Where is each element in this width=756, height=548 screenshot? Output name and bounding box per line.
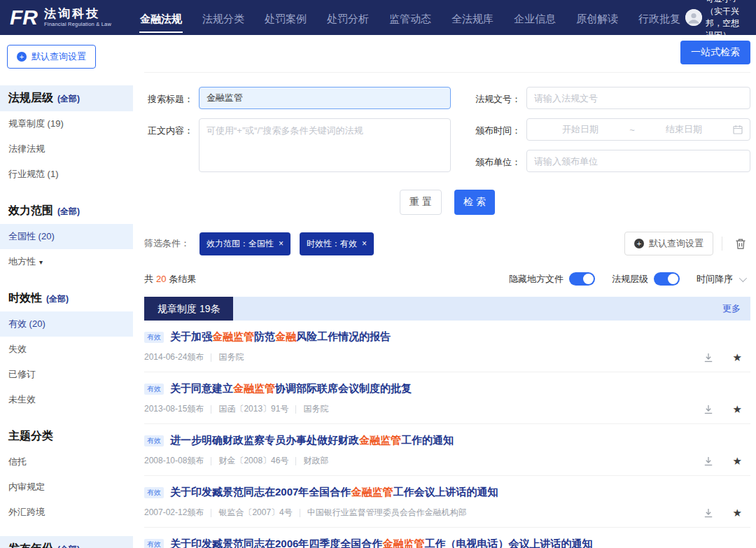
status-badge: 有效 <box>144 487 164 498</box>
sidebar-item-laws[interactable]: 法律法规 <box>0 136 133 162</box>
result-item: 有效 关于同意建立金融监管协调部际联席会议制度的批复 2013-08-15颁布 … <box>144 372 750 424</box>
main-content: 一站式检索 搜索标题： 正文内容： 法规文号： 颁布时 <box>133 35 756 548</box>
section-validity: 时效性 (全部) 有效 (20) 失效 已修订 未生效 <box>0 286 133 412</box>
end-date-placeholder[interactable]: 结束日期 <box>638 123 730 136</box>
hide-local-files-toggle-group: 隐藏地方文件 <box>509 272 595 286</box>
sidebar-item-revised[interactable]: 已修订 <box>0 362 133 387</box>
hide-local-files-toggle[interactable] <box>569 272 595 286</box>
nav-item-administrative-replies[interactable]: 行政批复 <box>638 3 681 33</box>
publish-date-range-picker[interactable]: 开始日期 ~ 结束日期 <box>526 118 750 141</box>
sidebar-item-forex-crossborder[interactable]: 外汇跨境 <box>0 500 133 525</box>
chevron-down-icon <box>739 274 747 281</box>
regulation-level-toggle-group: 法规层级 <box>612 272 680 286</box>
results-count-text: 共20条结果 <box>144 273 196 286</box>
sidebar-item-trust[interactable]: 信托 <box>0 449 133 475</box>
sidebar-item-valid[interactable]: 有效 (20) <box>0 311 133 337</box>
publish-unit-input[interactable] <box>526 150 750 172</box>
calendar-icon <box>733 125 743 134</box>
filter-chip-scope-national[interactable]: 效力范围：全国性 × <box>200 232 290 255</box>
sort-order-dropdown[interactable]: 时间降序 <box>696 273 750 286</box>
download-icon[interactable] <box>703 352 714 363</box>
meta-divider <box>211 509 211 517</box>
result-title-link[interactable]: 关于加强金融监管防范金融风险工作情况的报告 <box>170 330 391 344</box>
search-button[interactable]: 检 索 <box>454 190 495 215</box>
section-header-topic-category[interactable]: 主题分类 <box>0 423 133 449</box>
status-badge: 有效 <box>144 539 164 548</box>
doc-number: 国函〔2013〕91号 <box>218 403 288 415</box>
default-query-settings-button[interactable]: + 默认查询设置 <box>7 45 96 69</box>
plus-circle-icon: + <box>17 52 27 62</box>
regulation-level-toggle[interactable] <box>654 272 680 286</box>
meta-divider <box>211 405 211 414</box>
status-badge: 有效 <box>144 435 164 447</box>
nav-item-original-interpretation[interactable]: 原创解读 <box>575 3 619 33</box>
result-item: 有效 关于加强金融监管防范金融风险工作情况的报告 2014-06-24颁布 国务… <box>144 321 750 372</box>
search-title-input[interactable] <box>199 87 451 109</box>
result-item: 有效 进一步明确财政监察专员办事处做好财政金融监管工作的通知 2008-10-0… <box>144 424 750 476</box>
section-header-effect-scope[interactable]: 效力范围 (全部) <box>0 198 133 224</box>
star-icon[interactable]: ★ <box>733 352 742 363</box>
close-icon[interactable]: × <box>279 239 284 248</box>
sidebar-item-label: 地方性 <box>8 255 36 268</box>
doc-number-input[interactable] <box>526 87 750 109</box>
nav-item-regulation-categories[interactable]: 法规分类 <box>202 3 245 33</box>
more-link[interactable]: 更多 <box>722 302 750 315</box>
sidebar-item-regulatory-rules[interactable]: 规章制度 (19) <box>0 111 133 136</box>
start-date-placeholder[interactable]: 开始日期 <box>534 123 626 136</box>
sidebar-item-national[interactable]: 全国性 (20) <box>0 224 133 249</box>
star-icon[interactable]: ★ <box>733 404 742 414</box>
nav-item-financial-regulations[interactable]: 金融法规 <box>139 3 183 33</box>
section-header-publish-year[interactable]: 发布年份 (全部) <box>0 536 133 548</box>
nav-item-regulatory-updates[interactable]: 监管动态 <box>388 3 432 33</box>
tab-regulatory-rules[interactable]: 规章制度 19条 <box>144 297 233 321</box>
close-icon[interactable]: × <box>362 239 367 248</box>
trash-icon <box>735 238 746 250</box>
section-all-label: (全部) <box>57 544 80 548</box>
default-query-settings-label: 默认查询设置 <box>649 237 704 250</box>
delete-filters-button[interactable] <box>731 237 750 251</box>
star-icon[interactable]: ★ <box>733 456 742 466</box>
download-icon[interactable] <box>703 404 714 415</box>
download-icon[interactable] <box>703 456 714 467</box>
default-query-settings-button-secondary[interactable]: + 默认查询设置 <box>624 232 713 255</box>
publish-date: 2007-02-12颁布 <box>144 507 204 519</box>
date-separator: ~ <box>626 125 638 135</box>
filter-chip-validity-valid[interactable]: 时效性：有效 × <box>300 232 374 255</box>
sidebar-item-invalid[interactable]: 失效 <box>0 337 133 362</box>
star-icon[interactable]: ★ <box>733 507 742 518</box>
nav-item-penalty-analysis[interactable]: 处罚分析 <box>326 3 370 33</box>
reset-button[interactable]: 重 置 <box>400 190 442 215</box>
sidebar-item-local[interactable]: 地方性 ▾ <box>0 249 133 274</box>
meta-divider <box>300 509 300 517</box>
result-title-link[interactable]: 关于印发臧景范同志在2006年四季度全国合作金融监管工作（电视电话）会议上讲话的… <box>170 538 592 548</box>
meta-divider <box>295 405 296 414</box>
vertical-divider <box>722 237 722 251</box>
nav-item-all-regulations[interactable]: 全法规库 <box>451 3 494 33</box>
content-textarea[interactable] <box>199 118 451 172</box>
result-title-link[interactable]: 进一步明确财政监察专员办事处做好财政金融监管工作的通知 <box>170 434 454 447</box>
sidebar-item-internal-audit[interactable]: 内审规定 <box>0 475 133 500</box>
nav-item-penalty-cases[interactable]: 处罚案例 <box>264 3 307 33</box>
doc-number: 财金〔2008〕46号 <box>218 455 288 467</box>
toggle-label: 隐藏地方文件 <box>509 273 564 286</box>
sidebar-item-not-effective[interactable]: 未生效 <box>0 387 133 412</box>
section-title: 法规层级 <box>8 91 53 106</box>
section-title: 发布年份 <box>8 542 53 548</box>
result-title-link[interactable]: 关于印发臧景范同志在2007年全国合作金融监管工作会议上讲话的通知 <box>170 486 498 499</box>
section-regulation-level: 法规层级 (全部) 规章制度 (19) 法律法规 行业规范 (1) <box>0 85 133 187</box>
brand-logo[interactable]: FR 法询科技 Financial Regulation & Law <box>10 6 111 29</box>
sidebar-item-industry-norms[interactable]: 行业规范 (1) <box>0 162 133 187</box>
one-stop-search-button[interactable]: 一站式检索 <box>680 41 750 64</box>
top-strip: 一站式检索 <box>144 35 750 73</box>
result-title-link[interactable]: 关于同意建立金融监管协调部际联席会议制度的批复 <box>170 382 412 395</box>
publish-date: 2013-08-15颁布 <box>144 403 204 415</box>
nav-item-company-info[interactable]: 企业信息 <box>513 3 556 33</box>
result-item: 有效 关于印发臧景范同志在2007年全国合作金融监管工作会议上讲话的通知 200… <box>144 476 750 528</box>
section-title: 效力范围 <box>8 204 53 218</box>
meta-divider <box>211 457 211 465</box>
section-header-validity[interactable]: 时效性 (全部) <box>0 286 133 311</box>
download-icon[interactable] <box>703 507 714 519</box>
filter-sidebar: + 默认查询设置 法规层级 (全部) 规章制度 (19) 法律法规 行业规范 (… <box>0 35 133 548</box>
count-suffix: 条结果 <box>169 274 196 284</box>
section-header-regulation-level[interactable]: 法规层级 (全部) <box>0 85 133 111</box>
